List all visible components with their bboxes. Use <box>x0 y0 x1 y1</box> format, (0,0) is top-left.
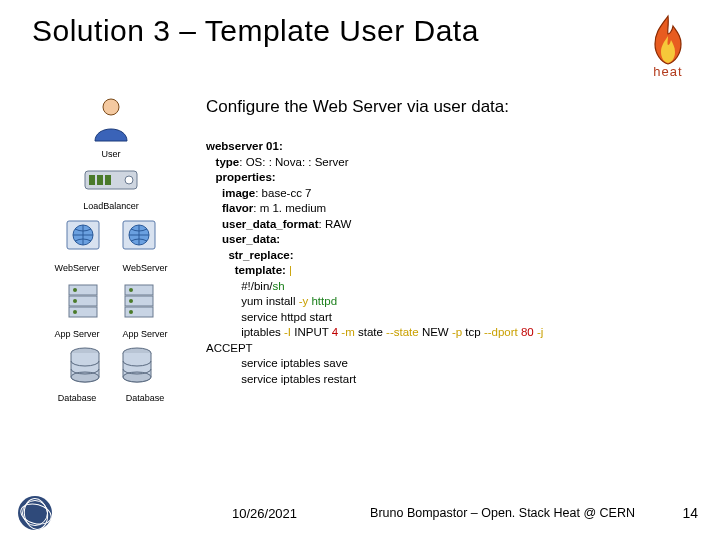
code-key: properties: <box>216 171 276 183</box>
code-flag: -y <box>299 295 312 307</box>
code-text: service iptables save <box>241 357 348 369</box>
heat-logo: heat <box>636 14 700 79</box>
architecture-diagram: User LoadBalancer WebServer WebServer Ap… <box>36 97 186 403</box>
code-flag: -I <box>284 326 294 338</box>
code-flag: -m <box>341 326 358 338</box>
svg-point-0 <box>103 99 119 115</box>
appserver-icon <box>117 279 161 323</box>
svg-rect-4 <box>105 175 111 185</box>
code-num: 80 <box>521 326 537 338</box>
code-text: httpd <box>311 295 337 307</box>
code-pipe: | <box>289 264 292 276</box>
diagram-label-lb: LoadBalancer <box>83 201 139 211</box>
code-text: sh <box>272 280 284 292</box>
user-icon <box>89 97 133 143</box>
code-key: image <box>222 187 255 199</box>
svg-point-15 <box>73 310 77 314</box>
svg-point-14 <box>73 299 77 303</box>
code-text: service httpd start <box>241 311 332 323</box>
code-text: state <box>358 326 386 338</box>
code-text: service iptables restart <box>241 373 356 385</box>
code-key: user_data_format <box>222 218 319 230</box>
webserver-icon <box>117 217 161 257</box>
footer-credits: Bruno Bompastor – Open. Stack Heat @ CER… <box>337 506 668 521</box>
code-text: yum install <box>241 295 299 307</box>
svg-rect-3 <box>97 175 103 185</box>
code-val: : OS: : Nova: : Server <box>239 156 348 168</box>
appserver-icon <box>61 279 105 323</box>
code-flag: --state <box>386 326 422 338</box>
code-text: tcp <box>465 326 484 338</box>
svg-point-5 <box>125 176 133 184</box>
code-text: ACCEPT <box>206 342 253 354</box>
diagram-label-db: Database <box>49 393 105 403</box>
slide-title: Solution 3 – Template User Data <box>32 14 636 48</box>
subtitle: Configure the Web Server via user data: <box>206 97 702 117</box>
code-key: str_replace: <box>228 249 293 261</box>
svg-point-21 <box>129 310 133 314</box>
diagram-label-app: App Server <box>49 329 105 339</box>
diagram-label-ws: WebServer <box>49 263 105 273</box>
cern-logo-icon <box>18 496 52 530</box>
code-key: user_data: <box>222 233 280 245</box>
svg-point-19 <box>129 288 133 292</box>
code-num: 4 <box>332 326 342 338</box>
flame-icon <box>647 14 689 66</box>
code-text: INPUT <box>294 326 332 338</box>
code-flag: -j <box>537 326 543 338</box>
yaml-code-block: webserver 01: type: OS: : Nova: : Server… <box>206 139 702 387</box>
slide-footer: 10/26/2021 Bruno Bompastor – Open. Stack… <box>0 496 720 530</box>
code-key: type <box>216 156 240 168</box>
loadbalancer-icon <box>83 165 139 195</box>
code-text: #!/bin/ <box>241 280 272 292</box>
code-val: : m 1. medium <box>253 202 326 214</box>
diagram-label-ws: WebServer <box>117 263 173 273</box>
code-line: webserver 01: <box>206 140 283 152</box>
diagram-label-db: Database <box>117 393 173 403</box>
code-flag: --dport <box>484 326 521 338</box>
diagram-label-user: User <box>101 149 120 159</box>
database-icon <box>65 345 105 387</box>
code-key: flavor <box>222 202 253 214</box>
database-icon <box>117 345 157 387</box>
footer-page-number: 14 <box>668 505 698 521</box>
footer-date: 10/26/2021 <box>232 506 297 521</box>
code-text: iptables <box>241 326 284 338</box>
code-val: : RAW <box>319 218 352 230</box>
heat-logo-label: heat <box>653 64 682 79</box>
code-text: NEW <box>422 326 452 338</box>
code-val: : base-cc 7 <box>255 187 311 199</box>
code-key: template: <box>235 264 289 276</box>
svg-point-20 <box>129 299 133 303</box>
svg-point-13 <box>73 288 77 292</box>
svg-rect-2 <box>89 175 95 185</box>
code-flag: -p <box>452 326 465 338</box>
diagram-label-app: App Server <box>117 329 173 339</box>
webserver-icon <box>61 217 105 257</box>
